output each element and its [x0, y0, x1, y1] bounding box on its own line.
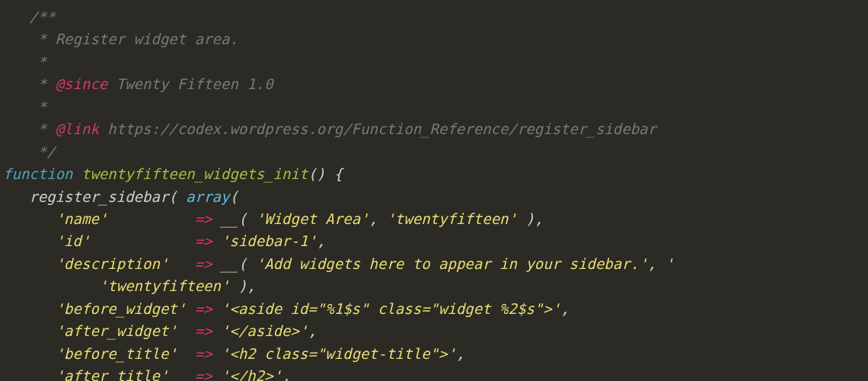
- punctuation: ,: [369, 210, 387, 227]
- punctuation: (: [168, 188, 186, 205]
- punctuation: ),: [229, 277, 255, 294]
- string: '<h2 class="widget-title">': [221, 345, 456, 362]
- operator: =>: [195, 255, 212, 272]
- function-call: __: [221, 255, 238, 272]
- keyword: function: [3, 165, 73, 182]
- code-line: *: [3, 96, 868, 118]
- comment-text: https://codex.wordpress.org/Function_Ref…: [99, 120, 656, 137]
- string: 'description': [56, 255, 169, 272]
- string: '</h2>': [221, 367, 282, 381]
- comment-text: * Register widget area.: [3, 30, 238, 47]
- code-line: 'description' => __( 'Add widgets here t…: [3, 253, 868, 275]
- code-line: * Register widget area.: [3, 28, 868, 50]
- operator: =>: [195, 232, 212, 249]
- punctuation: ,: [308, 322, 316, 339]
- string: ': [665, 255, 673, 272]
- comment-text: *: [29, 120, 55, 137]
- string: '<aside id="%1$s" class="widget %2$s">': [221, 300, 560, 317]
- comment-text: *: [29, 75, 55, 92]
- string: 'after_title': [56, 367, 169, 381]
- string: 'before_widget': [56, 300, 187, 317]
- code-line: 'before_widget' => '<aside id="%1$s" cla…: [3, 298, 868, 320]
- function-call: __: [221, 210, 238, 227]
- code-line: /**: [3, 6, 868, 28]
- comment-text: */: [3, 143, 56, 160]
- punctuation: (: [229, 188, 238, 205]
- comment-text: *: [3, 53, 46, 70]
- punctuation: ),: [517, 210, 543, 227]
- operator: =>: [195, 322, 212, 339]
- operator: =>: [195, 210, 212, 227]
- code-line: 'id' => 'sidebar-1',: [3, 230, 868, 252]
- string: 'sidebar-1': [221, 232, 317, 249]
- code-line: 'after_widget' => '</aside>',: [3, 320, 868, 342]
- code-line: *: [3, 51, 868, 73]
- code-line: 'after_title' => '</h2>',: [3, 365, 868, 381]
- string: 'name': [56, 210, 108, 227]
- code-line: register_sidebar( array(: [3, 186, 868, 208]
- code-line: 'before_title' => '<h2 class="widget-tit…: [3, 343, 868, 365]
- punctuation: ,: [560, 300, 569, 317]
- code-line: * @link https://codex.wordpress.org/Func…: [3, 118, 868, 140]
- comment-text: *: [3, 98, 46, 115]
- punctuation: (: [238, 255, 256, 272]
- string: 'before_title': [56, 345, 177, 362]
- operator: =>: [195, 300, 212, 317]
- string: 'twentyfifteen': [386, 210, 517, 227]
- code-line: 'name' => __( 'Widget Area', 'twentyfift…: [3, 208, 868, 230]
- code-editor[interactable]: /** * Register widget area. * * @since T…: [3, 6, 868, 381]
- string: 'Widget Area': [256, 210, 369, 227]
- operator: =>: [195, 345, 212, 362]
- punctuation: ,: [648, 255, 665, 272]
- string: 'id': [56, 232, 91, 249]
- string: 'after_widget': [56, 322, 177, 339]
- function-call: array: [186, 188, 229, 205]
- code-line: function twentyfifteen_widgets_init() {: [3, 163, 868, 185]
- code-line: * @since Twenty Fifteen 1.0: [3, 73, 868, 95]
- string: '</aside>': [221, 322, 308, 339]
- function-name: twentyfifteen_widgets_init: [73, 165, 308, 182]
- string: 'twentyfifteen': [99, 277, 230, 294]
- punctuation: (: [238, 210, 256, 227]
- code-line: */: [3, 141, 868, 163]
- operator: =>: [195, 367, 212, 381]
- punctuation: ,: [282, 367, 290, 381]
- doc-tag: @link: [56, 120, 99, 137]
- comment-text: Twenty Fifteen 1.0: [107, 75, 273, 92]
- punctuation: ,: [456, 345, 464, 362]
- doc-tag: @since: [56, 75, 108, 92]
- comment-text: /**: [3, 8, 56, 25]
- code-line: 'twentyfifteen' ),: [3, 275, 868, 297]
- punctuation: ,: [317, 232, 325, 249]
- function-call: register_sidebar: [29, 188, 168, 205]
- string: 'Add widgets here to appear in your side…: [256, 255, 648, 272]
- punctuation: () {: [308, 165, 343, 182]
